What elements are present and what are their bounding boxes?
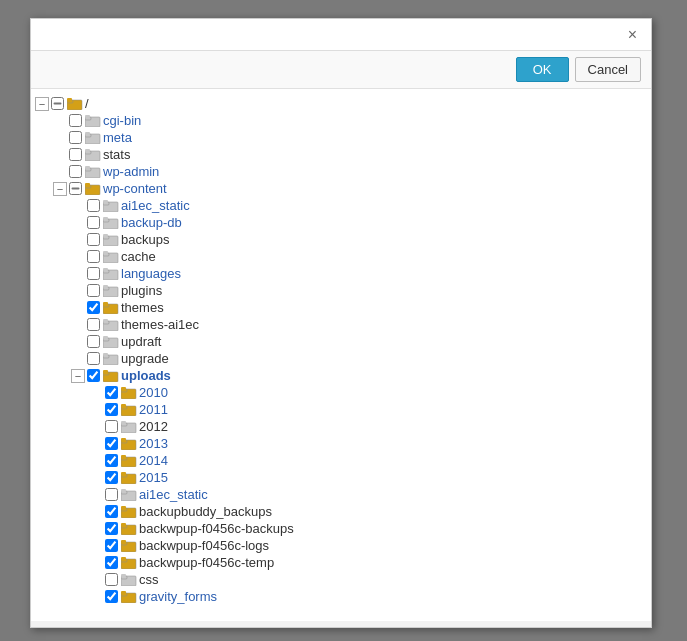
checkbox-ai1ec_static2[interactable] bbox=[105, 488, 118, 501]
tree-item: 2013 bbox=[35, 435, 647, 452]
tree-item: updraft bbox=[35, 333, 647, 350]
tree-item: upgrade bbox=[35, 350, 647, 367]
spacer-meta bbox=[53, 131, 67, 145]
checkbox-ai1ec_static[interactable] bbox=[87, 199, 100, 212]
tree-item: meta bbox=[35, 129, 647, 146]
checkbox-uploads[interactable] bbox=[87, 369, 100, 382]
folder-icon-backupbuddy_backups bbox=[121, 505, 137, 518]
spacer-themes-ai1ec bbox=[71, 318, 85, 332]
toggle-uploads[interactable]: − bbox=[71, 369, 85, 383]
checkbox-2012[interactable] bbox=[105, 420, 118, 433]
checkbox-gravity_forms[interactable] bbox=[105, 590, 118, 603]
root-toggle[interactable]: − bbox=[35, 97, 49, 111]
modal-dialog: × OK Cancel − / cgi-bin meta bbox=[30, 18, 652, 628]
toggle-wp-content[interactable]: − bbox=[53, 182, 67, 196]
label-upgrade: upgrade bbox=[121, 351, 169, 366]
tree-item: themes-ai1ec bbox=[35, 316, 647, 333]
label-backwpup-f0456c-temp: backwpup-f0456c-temp bbox=[139, 555, 274, 570]
label-ai1ec_static: ai1ec_static bbox=[121, 198, 190, 213]
tree-item: 2011 bbox=[35, 401, 647, 418]
folder-icon-themes bbox=[103, 301, 119, 314]
tree-item: − wp-content bbox=[35, 180, 647, 197]
checkbox-2015[interactable] bbox=[105, 471, 118, 484]
tree-item: backup-db bbox=[35, 214, 647, 231]
checkbox-languages[interactable] bbox=[87, 267, 100, 280]
svg-rect-62 bbox=[121, 438, 126, 441]
spacer-ai1ec_static2 bbox=[89, 488, 103, 502]
svg-rect-50 bbox=[103, 370, 108, 373]
checkbox-upgrade[interactable] bbox=[87, 352, 100, 365]
folder-icon-backwpup-f0456c-temp bbox=[121, 556, 137, 569]
spacer-updraft bbox=[71, 335, 85, 349]
svg-rect-2 bbox=[67, 98, 72, 101]
cancel-button[interactable]: Cancel bbox=[575, 57, 641, 82]
folder-icon-languages bbox=[103, 267, 119, 280]
label-wp-admin: wp-admin bbox=[103, 164, 159, 179]
checkbox-backupbuddy_backups[interactable] bbox=[105, 505, 118, 518]
spacer-backwpup-f0456c-logs bbox=[89, 539, 103, 553]
folder-icon-wp-content bbox=[85, 182, 101, 195]
label-stats: stats bbox=[103, 147, 130, 162]
checkbox-plugins[interactable] bbox=[87, 284, 100, 297]
checkbox-backups[interactable] bbox=[87, 233, 100, 246]
tree-item: languages bbox=[35, 265, 647, 282]
checkbox-themes[interactable] bbox=[87, 301, 100, 314]
svg-rect-83 bbox=[121, 557, 126, 560]
label-themes: themes bbox=[121, 300, 164, 315]
close-button[interactable]: × bbox=[622, 25, 643, 45]
label-2013: 2013 bbox=[139, 436, 168, 451]
checkbox-backwpup-f0456c-logs[interactable] bbox=[105, 539, 118, 552]
ok-button[interactable]: OK bbox=[516, 57, 569, 82]
spacer-wp-admin bbox=[53, 165, 67, 179]
checkbox-themes-ai1ec[interactable] bbox=[87, 318, 100, 331]
label-plugins: plugins bbox=[121, 283, 162, 298]
tree-item: backwpup-f0456c-backups bbox=[35, 520, 647, 537]
label-ai1ec_static2: ai1ec_static bbox=[139, 487, 208, 502]
checkbox-css[interactable] bbox=[105, 573, 118, 586]
spacer-cache bbox=[71, 250, 85, 264]
svg-rect-23 bbox=[103, 217, 108, 220]
checkbox-stats[interactable] bbox=[69, 148, 82, 161]
label-2014: 2014 bbox=[139, 453, 168, 468]
svg-rect-17 bbox=[85, 183, 90, 186]
spacer-css bbox=[89, 573, 103, 587]
folder-icon-backwpup-f0456c-logs bbox=[121, 539, 137, 552]
root-label: / bbox=[85, 96, 89, 111]
checkbox-cgi-bin[interactable] bbox=[69, 114, 82, 127]
checkbox-wp-admin[interactable] bbox=[69, 165, 82, 178]
spacer-gravity_forms bbox=[89, 590, 103, 604]
folder-icon-gravity_forms bbox=[121, 590, 137, 603]
folder-icon-cgi-bin bbox=[85, 114, 101, 127]
checkbox-backwpup-f0456c-temp[interactable] bbox=[105, 556, 118, 569]
checkbox-2013[interactable] bbox=[105, 437, 118, 450]
checkbox-2010[interactable] bbox=[105, 386, 118, 399]
checkbox-backup-db[interactable] bbox=[87, 216, 100, 229]
tree-item: stats bbox=[35, 146, 647, 163]
checkbox-updraft[interactable] bbox=[87, 335, 100, 348]
checkbox-cache[interactable] bbox=[87, 250, 100, 263]
folder-icon-2010 bbox=[121, 386, 137, 399]
checkbox-wp-content[interactable] bbox=[69, 182, 82, 195]
checkbox-backwpup-f0456c-backups[interactable] bbox=[105, 522, 118, 535]
svg-rect-14 bbox=[85, 166, 90, 169]
folder-icon-backwpup-f0456c-backups bbox=[121, 522, 137, 535]
label-languages: languages bbox=[121, 266, 181, 281]
label-gravity_forms: gravity_forms bbox=[139, 589, 217, 604]
label-2012: 2012 bbox=[139, 419, 168, 434]
checkbox-meta[interactable] bbox=[69, 131, 82, 144]
tree-item: backupbuddy_backups bbox=[35, 503, 647, 520]
folder-icon-upgrade bbox=[103, 352, 119, 365]
svg-rect-41 bbox=[103, 319, 108, 322]
folder-icon-2013 bbox=[121, 437, 137, 450]
label-updraft: updraft bbox=[121, 334, 161, 349]
folder-icon-meta bbox=[85, 131, 101, 144]
label-2010: 2010 bbox=[139, 385, 168, 400]
spacer-2012 bbox=[89, 420, 103, 434]
checkbox-2014[interactable] bbox=[105, 454, 118, 467]
root-checkbox[interactable] bbox=[51, 97, 64, 110]
svg-rect-59 bbox=[121, 421, 126, 424]
folder-icon-updraft bbox=[103, 335, 119, 348]
checkbox-2011[interactable] bbox=[105, 403, 118, 416]
folder-icon-plugins bbox=[103, 284, 119, 297]
spacer-2015 bbox=[89, 471, 103, 485]
